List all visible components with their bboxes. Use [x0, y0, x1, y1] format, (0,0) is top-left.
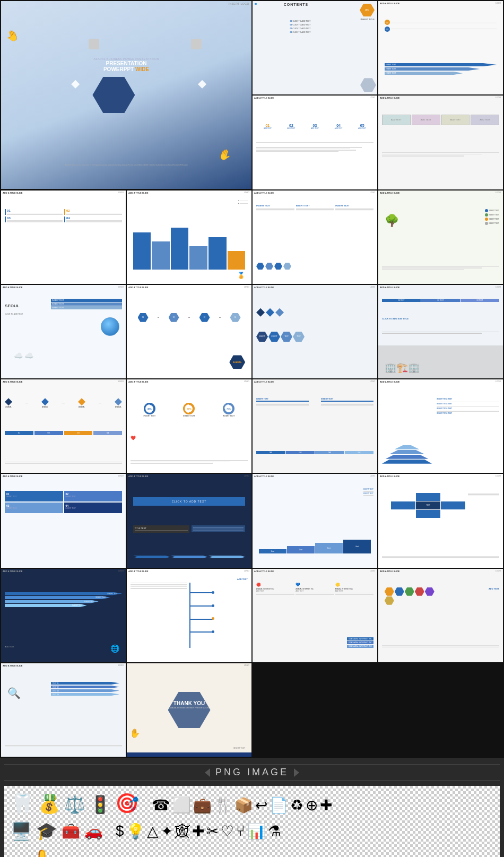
dollar-sign-icon: $	[116, 823, 124, 840]
num-row: 01 ADD TEXT 02 ADD TEXT 03 ADD TEXT 04 A…	[256, 124, 373, 129]
diamond-flow: ASADAL ASADAL ASADAL ASADAL	[5, 398, 122, 408]
pyramid-labels: INSERT TITLE TEXT INSERT TITLE TEXT INSE…	[437, 398, 499, 415]
triangle-icon: △	[147, 823, 159, 840]
cloud-icon: ☁️ ☁️	[14, 351, 34, 360]
side-text-21	[468, 493, 499, 497]
server-icon: 🖥️	[11, 821, 32, 841]
grid-boxes: 01 INSERT TEXT 02 INSERT TEXT 03 INSERT …	[5, 491, 122, 513]
slide-6-numbered-sections[interactable]: ADD A TITLE SLIDE LOGO 01 02 03 04	[1, 191, 126, 284]
slide-23-branch-chart[interactable]: ADD A TITLE SLIDE LOGO ADD TEXT	[127, 569, 251, 662]
slide-20-tree-steps[interactable]: ADD A TITLE SLIDE LOGO 1text 2text 3text…	[253, 474, 377, 567]
slide-19-click-text[interactable]: ADD A TITLE SLIDE LOGO CLICK TO ADD TEXT…	[127, 474, 251, 567]
slide-7-bar-chart[interactable]: ADD A TITLE SLIDE LOGO 🏅 ■ ■	[127, 191, 251, 284]
cross-pattern: TEXT	[391, 493, 466, 518]
slide-17-pyramid[interactable]: ADD A TITLE SLIDE LOGO INSERT TITLE TEXT…	[378, 379, 503, 473]
text-area-5	[382, 152, 499, 157]
step-num-02: 02	[385, 20, 390, 25]
arrow-flow-22: INSERT TEXT INSERT TEXT INSERT TEXT INSE…	[5, 592, 122, 608]
slide-14-title: ADD A TITLE SLIDE	[3, 380, 22, 383]
png-row-3: 👆	[11, 847, 493, 857]
slide-1-main-title[interactable]: INSERT LOGO 🤚 🤚 ASADAL BUSINESS POWER PR…	[1, 1, 251, 189]
slide-23-logo: LOGO	[244, 570, 249, 572]
scissors-icon: ✂	[206, 823, 219, 840]
hex-flow: 01 02 03 04	[133, 313, 246, 322]
hex-large: ASADAL	[229, 355, 245, 369]
slide-21-cross-boxes[interactable]: ADD A TITLE SLIDE LOGO TEXT	[378, 474, 503, 567]
traffic-light-icon: 🚦	[90, 794, 111, 815]
slide-16-tab-layout[interactable]: ADD A TITLE SLIDE LOGO INSERT TEXT INSER…	[253, 379, 377, 473]
slide-26-title: ADD A TITLE SLIDE	[3, 664, 22, 667]
star-line-icon: ✦	[161, 823, 173, 840]
png-row-1: 🦷 💰💵 ⚖️ 🚦 🎯 ☎ ⬜ 💼 🍴 📦 ↩ 📄 ♻ ⊕ ✚	[11, 792, 493, 815]
puzzle-diamond-2	[198, 80, 206, 89]
case-line-icon: 💼	[193, 797, 212, 815]
slide-9-title: ADD A TITLE SLIDE	[380, 192, 399, 194]
slide-15-logo: LOGO	[244, 380, 249, 383]
slide-18-title: ADD A TITLE SLIDE	[3, 475, 22, 478]
slide-2-contents[interactable]: 👥 CONTENTS 01 CLICK TO ADD TEXT 02 CLICK…	[253, 1, 377, 94]
heart-line-icon: ♡	[221, 823, 234, 840]
slide-24-heart-items[interactable]: ADD A TITLE SLIDE LOGO 🔴 ASADAL INTERNET…	[253, 569, 377, 662]
tooth-icon: 🦷	[11, 792, 34, 815]
hand-left-icon: 🤚	[4, 28, 21, 44]
slide-2-person: 👥	[255, 3, 257, 5]
diamond-group	[256, 308, 373, 317]
slide-3-logo: LOGO	[496, 2, 501, 4]
slide-13-city-steps[interactable]: ADD A TITLE SLIDE LOGO 01 TEXT 02 TEXT 0…	[378, 285, 503, 378]
text-area-9	[382, 266, 499, 270]
graduation-icon: 🎓	[36, 821, 57, 841]
slide-4-logo: LOGO	[370, 97, 375, 99]
slide-9-circle-tree[interactable]: ADD A TITLE SLIDE LOGO 🌳 INSERT TEXT INS…	[378, 191, 503, 284]
pyramid-container	[382, 398, 432, 463]
slide-14-diamond-flow[interactable]: ADD A TITLE SLIDE LOGO ASADAL ASADAL ASA…	[1, 379, 126, 473]
hex-cluster	[385, 587, 441, 605]
text-branch	[131, 583, 187, 589]
num-blocks: 01 02 03 04	[5, 431, 122, 435]
bulb-line-icon: 💡	[126, 823, 145, 840]
puzzle-1	[89, 39, 99, 49]
slide-25-hex-colorful[interactable]: ADD A TITLE SLIDE LOGO ADD TEXT	[378, 569, 503, 662]
slide-9-logo: LOGO	[496, 192, 501, 194]
slide-12-logo: LOGO	[370, 286, 375, 288]
fork-line-icon-2: ⑂	[236, 823, 245, 840]
puzzle-diamond-1	[71, 80, 80, 89]
slide-5-image-grid[interactable]: ADD A TITLE SLIDE LOGO ADD TEXT ADD TEXT…	[378, 96, 503, 189]
slide-3-steps[interactable]: ADD A TITLE SLIDE LOGO 02 03 INS	[378, 1, 503, 94]
fork-line-icon: 🍴	[214, 797, 232, 815]
text-26	[5, 745, 122, 747]
slide-7-title: ADD A TITLE SLIDE	[128, 192, 148, 194]
cross-line-icon: ✚	[320, 797, 332, 815]
slide-10-title: ADD A TITLE SLIDE	[3, 286, 22, 289]
hex-number: 01	[360, 4, 375, 16]
chevron-left-icon	[205, 768, 210, 777]
click-sub: CLICK TO ADD SUB TITLE	[382, 317, 409, 320]
car-icon: 🚗	[84, 823, 103, 840]
circle-stats-row: 40% INSERT TEXT 50% INSERT TEXT 75% INSE…	[131, 403, 248, 417]
slide-27-thankyou[interactable]: LOGO THANK YOU ASADAL BUSINESS POWER PRE…	[127, 663, 251, 757]
slide-7-logo: LOGO	[244, 192, 249, 194]
slide-26-magnify[interactable]: ADD A TITLE SLIDE LOGO 🔍 TEXT 01 TEXT 02…	[1, 663, 126, 757]
slide-20-logo: LOGO	[370, 475, 375, 477]
add-text-22: ADD TEXT	[5, 646, 14, 648]
slide-16-title: ADD A TITLE SLIDE	[254, 380, 274, 383]
slide-24-logo: LOGO	[370, 570, 375, 572]
slide-12-hex-diamond[interactable]: ADD A TITLE SLIDE LOGO INSERT INSERT TEX…	[253, 285, 377, 378]
slide-4-title: ADD A TITLE SLIDE	[254, 97, 274, 99]
slide-22-arrow-flow[interactable]: ADD A TITLE SLIDE LOGO INSERT TEXT INSER…	[1, 569, 126, 662]
main-title: PRESENTATION	[93, 60, 159, 66]
slide-21-title: ADD A TITLE SLIDE	[380, 475, 399, 478]
slide-14-logo: LOGO	[118, 380, 124, 383]
building-icon: 🏢🏗️🏢	[385, 362, 420, 374]
slide-19-title: ADD A TITLE SLIDE	[128, 475, 148, 478]
slide-18-grid-boxes[interactable]: ADD A TITLE SLIDE LOGO 01 INSERT TEXT 02…	[1, 474, 126, 567]
slide-11-hex-flow[interactable]: ADD A TITLE SLIDE LOGO 01 02 03 04 ASADA…	[127, 285, 251, 378]
divider	[256, 142, 373, 143]
slide-8-text-cols[interactable]: ADD A TITLE SLIDE LOGO INSERT TEXT INSER…	[253, 191, 377, 284]
dollar-coins-icon: 💰💵	[39, 794, 60, 815]
slide-10-seoul[interactable]: ADD A TITLE SLIDE LOGO SEOUL CLICK TO AD…	[1, 285, 126, 378]
sections-grid: 01 02 03 04	[5, 209, 122, 222]
slide-16-logo: LOGO	[370, 380, 375, 383]
medical-plus-icon: ✚	[192, 823, 204, 840]
slide-15-circle-stats[interactable]: ADD A TITLE SLIDE LOGO 40% INSERT TEXT 5…	[127, 379, 251, 473]
slide-4-numbered-row[interactable]: ADD A TITLE SLIDE LOGO 01 ADD TEXT 02 AD…	[253, 96, 377, 189]
